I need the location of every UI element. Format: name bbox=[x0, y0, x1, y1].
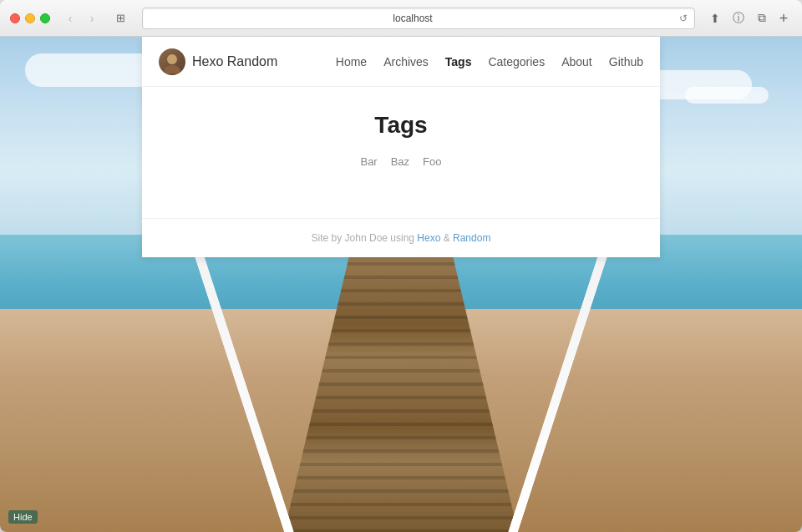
expand-button[interactable]: ⧉ bbox=[752, 8, 772, 28]
traffic-lights bbox=[10, 13, 50, 23]
page-title: Tags bbox=[159, 112, 643, 139]
expand-icon: ⧉ bbox=[758, 11, 766, 25]
maximize-button[interactable] bbox=[40, 13, 50, 23]
site-footer: Site by John Doe using Hexo & Random bbox=[142, 218, 660, 257]
tags-list: Bar Baz Foo bbox=[159, 155, 643, 168]
tag-foo[interactable]: Foo bbox=[423, 155, 441, 168]
footer-text-before: Site by John Doe using bbox=[312, 232, 418, 244]
minimize-button[interactable] bbox=[25, 13, 35, 23]
forward-icon: › bbox=[90, 12, 94, 25]
refresh-icon: ↺ bbox=[679, 13, 688, 24]
footer-link-hexo[interactable]: Hexo bbox=[417, 232, 440, 244]
nav-about[interactable]: About bbox=[561, 55, 592, 68]
nav-github[interactable]: Github bbox=[609, 55, 643, 68]
nav-tags[interactable]: Tags bbox=[445, 55, 472, 68]
toolbar-right: ⬆ ⓘ ⧉ + bbox=[705, 8, 792, 28]
back-icon: ‹ bbox=[69, 12, 73, 25]
cloud bbox=[685, 87, 769, 104]
site-nav: Home Archives Tags Categories About Gith… bbox=[336, 55, 643, 68]
nav-buttons: ‹ › bbox=[60, 8, 102, 28]
add-tab-icon: + bbox=[779, 10, 789, 27]
nav-categories[interactable]: Categories bbox=[488, 55, 545, 68]
info-icon: ⓘ bbox=[733, 11, 744, 26]
tag-baz[interactable]: Baz bbox=[391, 155, 409, 168]
close-button[interactable] bbox=[10, 13, 20, 23]
sidebar-icon: ⊞ bbox=[116, 12, 125, 24]
avatar bbox=[159, 48, 185, 75]
hide-button[interactable]: Hide bbox=[8, 510, 38, 524]
back-button[interactable]: ‹ bbox=[60, 8, 80, 28]
add-tab-button[interactable]: + bbox=[775, 10, 792, 27]
browser-window: ‹ › ⊞ localhost ↺ ⬆ ⓘ ⧉ bbox=[0, 0, 802, 532]
sidebar-toggle-button[interactable]: ⊞ bbox=[109, 8, 132, 28]
svg-point-1 bbox=[164, 65, 180, 73]
site-header: Hexo Random Home Archives Tags Categorie… bbox=[142, 37, 660, 87]
browser-titlebar: ‹ › ⊞ localhost ↺ ⬆ ⓘ ⧉ bbox=[0, 0, 802, 37]
share-icon: ⬆ bbox=[710, 12, 720, 25]
refresh-button[interactable]: ↺ bbox=[679, 13, 688, 24]
website-overlay: Hexo Random Home Archives Tags Categorie… bbox=[142, 37, 660, 257]
nav-archives[interactable]: Archives bbox=[383, 55, 429, 68]
site-logo: Hexo Random bbox=[159, 48, 277, 75]
footer-link-random[interactable]: Random bbox=[453, 232, 490, 244]
tag-bar[interactable]: Bar bbox=[360, 155, 377, 168]
info-button[interactable]: ⓘ bbox=[728, 8, 749, 28]
forward-button[interactable]: › bbox=[82, 8, 102, 28]
nav-home[interactable]: Home bbox=[336, 55, 367, 68]
share-button[interactable]: ⬆ bbox=[705, 8, 725, 28]
browser-content: Hexo Random Home Archives Tags Categorie… bbox=[0, 37, 802, 532]
url-text: localhost bbox=[150, 13, 676, 24]
page-main-content: Tags Bar Baz Foo bbox=[142, 87, 660, 218]
svg-point-0 bbox=[167, 54, 177, 64]
site-title: Hexo Random bbox=[192, 54, 277, 69]
url-bar[interactable]: localhost ↺ bbox=[142, 8, 695, 29]
footer-text-mid: & bbox=[440, 232, 453, 244]
